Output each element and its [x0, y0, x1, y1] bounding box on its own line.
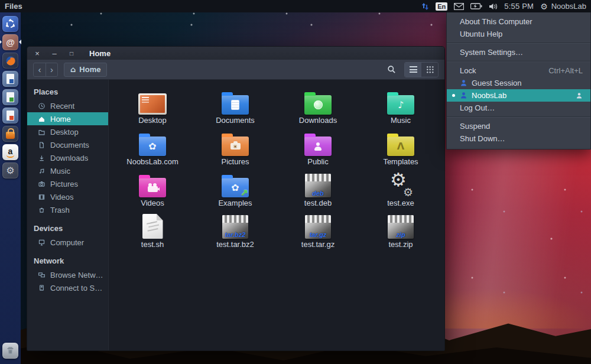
nautilus-shell-icon: @: [6, 37, 15, 47]
sidebar-item-videos[interactable]: Videos: [27, 190, 108, 203]
volume-icon[interactable]: [489, 3, 498, 10]
files-app-icon[interactable]: @: [2, 34, 18, 50]
unity-launcher: @ a ⚙: [0, 12, 21, 364]
file-item-pictures[interactable]: Pictures: [194, 128, 277, 170]
sidebar-item-home[interactable]: Home: [27, 112, 108, 125]
forward-button[interactable]: ›: [46, 63, 57, 76]
panel-username: NoobsLab: [551, 2, 586, 11]
archive-box-icon: tar.gz: [305, 215, 331, 239]
keyboard-layout-indicator[interactable]: En: [436, 2, 447, 11]
ubuntu-dash-icon[interactable]: [2, 16, 18, 32]
menu-item-about[interactable]: About This Computer: [447, 15, 590, 28]
file-item-music[interactable]: ♪ Music: [359, 87, 442, 128]
gears-icon: ⚙⚙: [387, 171, 415, 197]
firefox-icon[interactable]: [2, 53, 18, 69]
download-arrow-icon: [38, 154, 46, 162]
sidebar-item-documents[interactable]: Documents: [27, 138, 108, 151]
shortcut-arrow-emblem: ↗: [241, 187, 248, 198]
menu-separator: [447, 43, 590, 44]
lock-shortcut: Ctrl+Alt+L: [548, 66, 583, 75]
sidebar-item-music[interactable]: Music: [27, 164, 108, 177]
close-button[interactable]: ×: [33, 50, 41, 57]
maximize-button[interactable]: □: [67, 50, 76, 57]
home-icon: ⌂: [70, 65, 76, 74]
file-item-public[interactable]: Public: [277, 128, 359, 170]
session-menu: About This Computer Ubuntu Help System S…: [446, 12, 591, 150]
music-notes-icon: [38, 167, 46, 175]
sidebar-item-connect-to-server[interactable]: Connect to S…: [27, 281, 108, 294]
running-indicator-arrow: [0, 40, 4, 44]
system-settings-icon[interactable]: ⚙: [2, 162, 18, 178]
places-sidebar: Places Recent Home Desktop Documents Dow…: [27, 80, 109, 350]
menu-item-shut-down[interactable]: Shut Down…: [447, 132, 590, 145]
file-item-documents[interactable]: Documents: [194, 87, 277, 128]
window-titlebar[interactable]: × – □ Home: [27, 47, 444, 60]
grid-view-button[interactable]: [421, 63, 438, 77]
guest-person-icon: [460, 79, 467, 87]
archive-box-icon: tar.bz2: [222, 215, 248, 239]
menu-item-system-settings[interactable]: System Settings…: [447, 46, 590, 58]
script-paper-icon: [142, 214, 163, 239]
sidebar-item-trash[interactable]: Trash: [27, 203, 108, 216]
home-icon: [38, 115, 46, 123]
sidebar-item-downloads[interactable]: Downloads: [27, 151, 108, 164]
firefox-globe-icon: [5, 55, 17, 67]
mail-indicator-icon[interactable]: [454, 3, 464, 10]
libreoffice-calc-icon[interactable]: [2, 89, 18, 105]
search-button[interactable]: [383, 63, 400, 77]
file-item-test-tar-gz[interactable]: tar.gz test.tar.gz: [277, 211, 359, 252]
menu-item-guest-session[interactable]: Guest Session: [447, 77, 590, 89]
file-item-templates[interactable]: Λ Templates: [359, 128, 442, 170]
software-center-icon[interactable]: [2, 126, 18, 142]
document-icon: [38, 141, 46, 149]
circle-of-friends-icon: [5, 18, 16, 30]
menu-item-lock[interactable]: Lock Ctrl+Alt+L: [447, 64, 590, 77]
music-note-emblem: ♪: [398, 100, 404, 110]
sync-arrows-icon[interactable]: [421, 2, 429, 11]
sidebar-item-browse-network[interactable]: Browse Netw…: [27, 268, 108, 281]
amazon-icon[interactable]: a: [2, 144, 18, 160]
sidebar-item-pictures[interactable]: Pictures: [27, 177, 108, 190]
file-item-test-deb[interactable]: deb test.deb: [277, 170, 359, 211]
music-folder-icon: ♪: [387, 95, 414, 115]
list-view-button[interactable]: [405, 63, 421, 77]
session-menu-indicator[interactable]: ⚙ NoobsLab: [540, 2, 586, 11]
sidebar-item-computer[interactable]: Computer: [27, 236, 108, 249]
trash-can-icon: [5, 346, 15, 356]
minimize-button[interactable]: –: [50, 50, 59, 57]
libreoffice-impress-icon[interactable]: [2, 108, 18, 124]
menu-item-log-out[interactable]: Log Out…: [447, 102, 590, 114]
flower-emblem: ✿: [231, 183, 239, 193]
libreoffice-writer-icon[interactable]: [2, 71, 18, 87]
session-gear-icon: ⚙: [540, 2, 548, 11]
impress-document-icon: [7, 110, 14, 121]
calc-document-icon: [7, 92, 14, 102]
sidebar-item-recent[interactable]: Recent: [27, 99, 108, 112]
downloads-folder-icon: [304, 95, 332, 115]
videos-folder-icon: [139, 178, 166, 197]
file-item-noobslab[interactable]: ✿ NoobsLab.com: [111, 128, 194, 170]
document-emblem: [232, 100, 239, 109]
file-item-examples[interactable]: ✿↗ Examples: [194, 170, 277, 211]
menu-item-noobslab[interactable]: NoobsLab: [447, 89, 590, 102]
clock[interactable]: 5:55 PM: [504, 2, 534, 11]
file-item-test-zip[interactable]: zip test.zip: [359, 211, 442, 252]
network-icon: [38, 271, 46, 279]
battery-icon[interactable]: [470, 3, 482, 9]
grid-view-icon: [426, 66, 434, 73]
file-item-test-exe[interactable]: ⚙⚙ test.exe: [359, 170, 442, 211]
trash-dock-icon[interactable]: [2, 343, 18, 359]
sidebar-header-devices: Devices: [27, 221, 108, 236]
breadcrumb[interactable]: ⌂ Home: [64, 63, 107, 77]
menu-item-suspend[interactable]: Suspend: [447, 120, 590, 132]
top-panel: Files En 5:55 PM ⚙ NoobsLab: [0, 0, 591, 12]
file-item-test-tar-bz2[interactable]: tar.bz2 test.tar.bz2: [194, 211, 277, 252]
sidebar-item-desktop[interactable]: Desktop: [27, 125, 108, 138]
back-button[interactable]: ‹: [34, 63, 46, 76]
file-item-test-sh[interactable]: test.sh: [111, 211, 194, 252]
file-item-videos[interactable]: Videos: [111, 170, 194, 211]
file-item-desktop[interactable]: Desktop: [111, 87, 194, 128]
menu-item-help[interactable]: Ubuntu Help: [447, 28, 590, 40]
noobslab-folder-icon: ✿: [139, 136, 166, 156]
file-item-downloads[interactable]: Downloads: [277, 87, 359, 128]
